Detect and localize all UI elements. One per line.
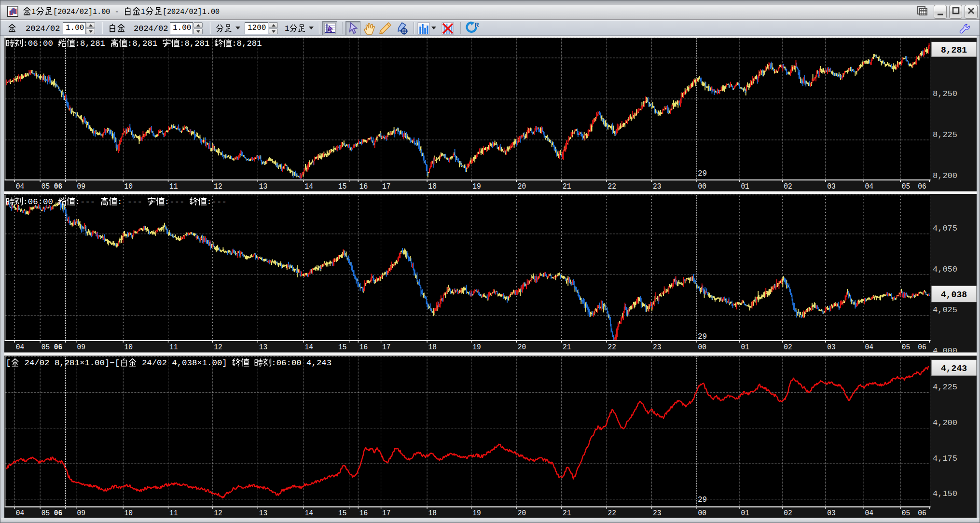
svg-text:03: 03 [827, 509, 835, 518]
svg-text:03: 03 [827, 182, 835, 191]
svg-text:23: 23 [653, 509, 661, 518]
svg-text:17: 17 [382, 343, 390, 352]
svg-text:R: R [475, 22, 479, 28]
svg-text:05: 05 [41, 343, 50, 352]
svg-text:29: 29 [698, 332, 707, 341]
svg-text:20: 20 [518, 509, 526, 518]
svg-text::06:00 4,243: :06:00 4,243 [271, 359, 331, 368]
svg-text:01: 01 [741, 182, 749, 191]
svg-text::06:00: :06:00 [23, 198, 58, 206]
svg-text:12: 12 [214, 509, 222, 518]
svg-text:10: 10 [124, 182, 133, 191]
svg-text:06: 06 [54, 343, 62, 352]
svg-text::06:00: :06:00 [23, 40, 58, 48]
svg-text:02: 02 [784, 343, 792, 352]
svg-text:[: [ [6, 359, 11, 368]
svg-text:18: 18 [428, 343, 437, 352]
svg-text:22: 22 [608, 182, 616, 191]
svg-text:06: 06 [54, 509, 62, 518]
svg-text:4,225: 4,225 [933, 383, 957, 392]
svg-text:19: 19 [472, 182, 481, 191]
svg-text:16: 16 [359, 343, 368, 352]
svg-text:06: 06 [918, 509, 926, 518]
svg-text:02: 02 [784, 182, 792, 191]
svg-text:12: 12 [214, 343, 222, 352]
svg-text:15: 15 [338, 509, 346, 518]
svg-text:17: 17 [382, 182, 390, 191]
svg-text:8,225: 8,225 [933, 130, 957, 139]
svg-text:4,175: 4,175 [933, 454, 957, 463]
svg-text:2024/02: 2024/02 [134, 24, 168, 33]
svg-text:18: 18 [428, 182, 437, 191]
svg-text:01: 01 [741, 509, 749, 518]
svg-text:29: 29 [698, 495, 707, 504]
svg-text::8,281: :8,281 [75, 40, 110, 48]
svg-text::---: :--- [207, 198, 227, 206]
svg-text:21: 21 [563, 182, 571, 191]
svg-text:01: 01 [741, 343, 749, 352]
svg-text:8,281: 8,281 [941, 45, 967, 55]
svg-text:14: 14 [305, 182, 313, 191]
svg-text:29: 29 [698, 169, 707, 178]
svg-text:04: 04 [16, 182, 24, 191]
svg-text:14: 14 [305, 509, 313, 518]
svg-text:00: 00 [698, 182, 706, 191]
svg-text:04: 04 [865, 343, 873, 352]
svg-text::8,281: :8,281 [179, 40, 215, 48]
svg-text:05: 05 [902, 343, 910, 352]
svg-text:4,075: 4,075 [933, 224, 957, 233]
svg-text:17: 17 [382, 509, 390, 518]
svg-text:22: 22 [608, 509, 616, 518]
svg-text:19: 19 [472, 509, 481, 518]
svg-text:11: 11 [169, 343, 178, 352]
svg-text:4,025: 4,025 [933, 305, 957, 315]
svg-text::8,281: :8,281 [232, 40, 262, 48]
svg-text:10: 10 [124, 509, 133, 518]
svg-text::8,281: :8,281 [127, 40, 163, 48]
svg-text:1: 1 [285, 25, 290, 33]
svg-text:4,050: 4,050 [933, 265, 957, 274]
svg-text:22: 22 [608, 343, 616, 352]
svg-text:20: 20 [518, 343, 526, 352]
svg-text:09: 09 [77, 509, 85, 518]
svg-text:4,150: 4,150 [933, 489, 957, 498]
svg-text:03: 03 [827, 343, 835, 352]
svg-text:05: 05 [902, 182, 910, 191]
svg-text:13: 13 [259, 182, 267, 191]
svg-text:15: 15 [338, 343, 346, 352]
svg-text:4,038: 4,038 [941, 290, 967, 300]
svg-text:21: 21 [563, 343, 571, 352]
svg-text:02: 02 [784, 509, 792, 518]
svg-text:05: 05 [41, 182, 50, 191]
svg-text:15: 15 [338, 182, 346, 191]
svg-text:11: 11 [169, 509, 178, 518]
svg-text:2024/02: 2024/02 [26, 24, 60, 33]
svg-text:09: 09 [77, 343, 85, 352]
svg-text:00: 00 [698, 343, 706, 352]
svg-text:23: 23 [653, 182, 661, 191]
svg-text:20: 20 [518, 182, 526, 191]
svg-text:00: 00 [698, 509, 706, 518]
svg-text:13: 13 [259, 343, 267, 352]
svg-text:19: 19 [472, 343, 481, 352]
svg-text:04: 04 [16, 343, 24, 352]
svg-text:13: 13 [259, 509, 267, 518]
svg-text:21: 21 [563, 509, 571, 518]
svg-text:05: 05 [902, 509, 910, 518]
svg-text:10: 10 [124, 343, 133, 352]
svg-text:8,200: 8,200 [933, 171, 957, 180]
svg-text:18: 18 [428, 509, 437, 518]
svg-text:16: 16 [359, 509, 368, 518]
svg-text:06: 06 [54, 182, 62, 191]
svg-text:04: 04 [865, 509, 873, 518]
svg-text:4,243: 4,243 [941, 364, 967, 373]
svg-text:04: 04 [865, 182, 873, 191]
svg-text:14: 14 [305, 343, 313, 352]
svg-text:8,250: 8,250 [933, 89, 957, 98]
svg-text:11: 11 [169, 182, 178, 191]
svg-text:12: 12 [214, 182, 222, 191]
svg-text:4,200: 4,200 [933, 418, 957, 427]
svg-text::---: :--- [75, 198, 100, 206]
svg-text:24/02 8,281×1.00]−[: 24/02 8,281×1.00]−[ [19, 359, 120, 368]
svg-text:16: 16 [359, 182, 368, 191]
